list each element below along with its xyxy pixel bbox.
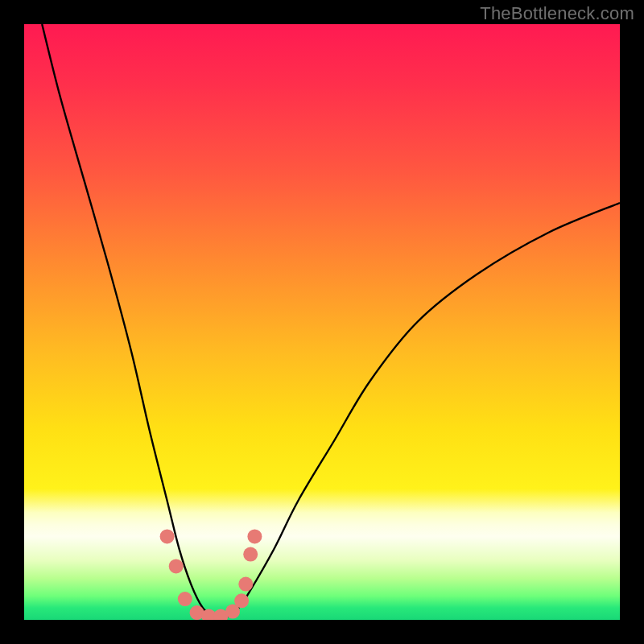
marker-dot xyxy=(238,577,253,592)
marker-dot xyxy=(234,593,249,608)
chart-frame: TheBottleneck.com xyxy=(0,0,644,644)
watermark-text: TheBottleneck.com xyxy=(480,3,634,24)
marker-dot xyxy=(160,529,175,543)
marker-dot xyxy=(169,559,184,573)
marker-dot xyxy=(243,547,258,562)
marker-dots xyxy=(160,529,262,620)
marker-dot xyxy=(247,529,262,543)
bottleneck-curve-path xyxy=(42,24,620,618)
marker-dot xyxy=(178,592,192,606)
curve-layer xyxy=(24,24,620,620)
plot-area xyxy=(24,24,620,620)
